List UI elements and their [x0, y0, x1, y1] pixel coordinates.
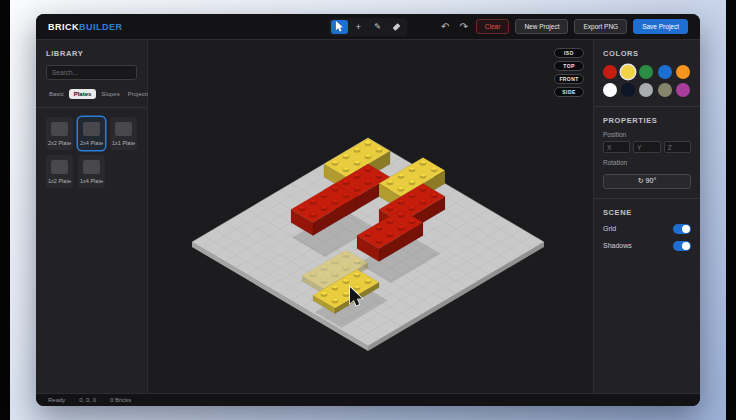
- toolbar-actions: ↶ ↷ Clear New Project Export PNG Save Pr…: [439, 19, 688, 34]
- plus-icon: +: [356, 22, 361, 32]
- divider: [594, 106, 700, 107]
- tool-add-button[interactable]: +: [350, 20, 367, 34]
- status-brick-count: 0 Bricks: [110, 397, 131, 403]
- library-panel: LIBRARY BasicPlatesSlopesProjects 2x2 Pl…: [36, 40, 148, 393]
- library-item-label: 1x2 Plate: [48, 178, 71, 184]
- view-front-button[interactable]: FRONT: [554, 74, 584, 84]
- scene-toggles: GridShadows: [603, 224, 691, 251]
- library-item-label: 1x1 Plate: [112, 140, 135, 146]
- properties-title: PROPERTIES: [603, 116, 691, 125]
- position-x-field[interactable]: [603, 141, 630, 153]
- color-swatch-red[interactable]: [603, 65, 617, 79]
- cursor-icon: [335, 21, 344, 32]
- library-item-label: 1x4 Plate: [80, 178, 103, 184]
- brick-thumbnail: [83, 122, 100, 136]
- rotation-label: Rotation: [603, 159, 691, 166]
- status-bar: Ready 0, 0, 0 0 Bricks: [36, 393, 700, 406]
- tab-basic[interactable]: Basic: [46, 89, 67, 99]
- app-logo: BRICKBUILDER: [48, 22, 123, 32]
- tab-slopes[interactable]: Slopes: [98, 89, 122, 99]
- clear-button[interactable]: Clear: [476, 19, 510, 34]
- color-swatch-green[interactable]: [639, 65, 653, 79]
- tool-paint-button[interactable]: ✎: [369, 20, 386, 34]
- brick-thumbnail: [51, 122, 68, 136]
- save-project-button[interactable]: Save Project: [633, 19, 688, 34]
- view-buttons: ISOTOPFRONTSIDE: [554, 48, 584, 97]
- library-item-label: 2x4 Plate: [80, 140, 103, 146]
- library-search-input[interactable]: [46, 65, 137, 80]
- rotate-90-button[interactable]: ↻ 90°: [603, 174, 691, 189]
- undo-button[interactable]: ↶: [439, 22, 451, 32]
- brick-thumbnail: [83, 160, 100, 174]
- grid-toggle[interactable]: [673, 224, 691, 234]
- color-palette: [603, 65, 691, 97]
- library-item-2x2-plate[interactable]: 2x2 Plate: [46, 117, 73, 150]
- toggle-knob: [682, 225, 690, 233]
- library-item-2x4-plate[interactable]: 2x4 Plate: [78, 117, 105, 150]
- status-coords: 0, 0, 0: [79, 397, 96, 403]
- export-png-button[interactable]: Export PNG: [574, 19, 627, 34]
- color-swatch-yellow[interactable]: [621, 65, 635, 79]
- position-fields: [603, 141, 691, 153]
- colors-title: COLORS: [603, 49, 691, 58]
- view-iso-button[interactable]: ISO: [554, 48, 584, 58]
- main-area: LIBRARY BasicPlatesSlopesProjects 2x2 Pl…: [36, 40, 700, 393]
- toolbar: BRICKBUILDER +✎ ↶ ↷ Clear New Project Ex…: [36, 14, 700, 40]
- brush-icon: ✎: [374, 22, 381, 31]
- new-project-button[interactable]: New Project: [515, 19, 568, 34]
- view-top-button[interactable]: TOP: [554, 61, 584, 71]
- library-item-1x2-plate[interactable]: 1x2 Plate: [46, 155, 73, 188]
- inspector-panel: COLORS PROPERTIES Position Rotation ↻ 90…: [593, 40, 700, 393]
- brick-thumbnail: [51, 160, 68, 174]
- tool-group: +✎: [329, 18, 407, 36]
- brick-thumbnail: [115, 122, 132, 136]
- color-swatch-purple[interactable]: [676, 83, 690, 97]
- eraser-icon: [393, 23, 401, 31]
- position-z-field[interactable]: [664, 141, 691, 153]
- redo-button[interactable]: ↷: [457, 22, 469, 32]
- color-swatch-blue[interactable]: [658, 65, 672, 79]
- scene-title: SCENE: [603, 208, 691, 217]
- viewport-canvas[interactable]: [148, 40, 593, 393]
- library-divider: [36, 107, 147, 108]
- logo-builder: BUILDER: [79, 22, 123, 32]
- library-items: 2x2 Plate2x4 Plate1x1 Plate1x2 Plate1x4 …: [46, 117, 137, 188]
- library-item-label: 2x2 Plate: [48, 140, 71, 146]
- position-y-field[interactable]: [633, 141, 660, 153]
- shadows-toggle-row: Shadows: [603, 241, 691, 251]
- library-tabs: BasicPlatesSlopesProjects: [46, 89, 137, 99]
- viewport[interactable]: ISOTOPFRONTSIDE: [148, 40, 593, 393]
- color-swatch-black[interactable]: [621, 83, 635, 97]
- library-item-1x4-plate[interactable]: 1x4 Plate: [78, 155, 105, 188]
- color-swatch-dark-tan[interactable]: [658, 83, 672, 97]
- view-side-button[interactable]: SIDE: [554, 87, 584, 97]
- logo-brick: BRICK: [48, 22, 79, 32]
- color-swatch-white[interactable]: [603, 83, 617, 97]
- color-swatch-orange[interactable]: [676, 65, 690, 79]
- tool-erase-button[interactable]: [388, 20, 405, 34]
- tab-plates[interactable]: Plates: [69, 89, 97, 99]
- grid-toggle-row: Grid: [603, 224, 691, 234]
- status-ready: Ready: [48, 397, 65, 403]
- library-title: LIBRARY: [46, 49, 137, 58]
- tool-select-button[interactable]: [331, 20, 348, 34]
- app-window: BRICKBUILDER +✎ ↶ ↷ Clear New Project Ex…: [36, 14, 700, 406]
- toggle-knob: [682, 242, 690, 250]
- shadows-toggle[interactable]: [673, 241, 691, 251]
- divider: [594, 198, 700, 199]
- position-label: Position: [603, 131, 691, 138]
- grid-toggle-label: Grid: [603, 225, 616, 232]
- library-item-1x1-plate[interactable]: 1x1 Plate: [110, 117, 137, 150]
- color-swatch-light-gray[interactable]: [639, 83, 653, 97]
- shadows-toggle-label: Shadows: [603, 242, 632, 249]
